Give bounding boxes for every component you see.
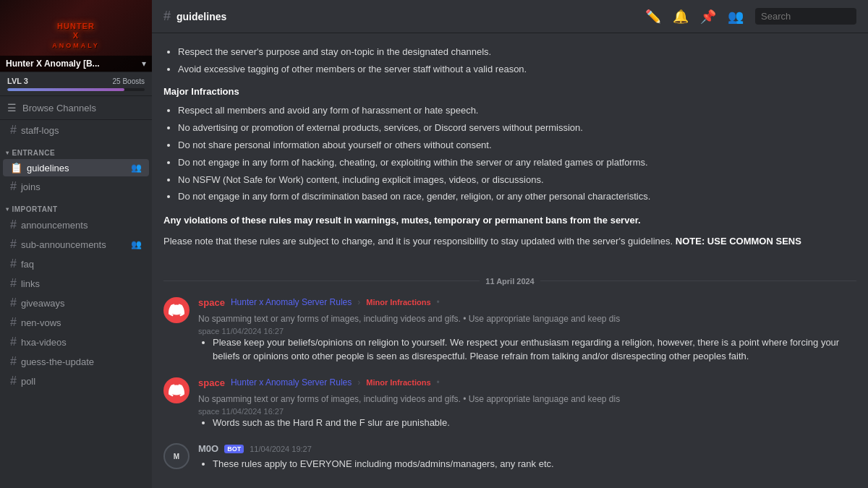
- rules-note-emphasis: NOTE: USE COMMON SENS: [676, 236, 801, 247]
- hash-icon: #: [10, 296, 17, 309]
- channel-name: guess-the-update: [21, 356, 94, 367]
- message-header: space Hunter x Anomaly Server Rules › Mi…: [198, 377, 856, 404]
- avatar-initials: M: [174, 453, 179, 461]
- channel-item-giveaways[interactable]: # giveaways: [3, 294, 149, 312]
- message-group: space Hunter x Anomaly Server Rules › Mi…: [163, 297, 856, 366]
- channel-item-faq[interactable]: # faq: [3, 254, 149, 273]
- edit-icon[interactable]: 🔔: [673, 9, 689, 25]
- rules-item: Respect the server's purpose and stay on…: [178, 45, 856, 60]
- avatar: M: [163, 443, 190, 469]
- message-body: Please keep your beliefs/opinions on rel…: [198, 335, 856, 364]
- hash-icon: #: [10, 355, 17, 368]
- channel-item-links[interactable]: # links: [3, 274, 149, 293]
- message-content: M0O BOT 11/04/2024 19:27 These rules app…: [198, 443, 856, 474]
- channel-item-sub-announcements[interactable]: # sub-announcements 👥: [3, 235, 149, 254]
- message-group: M M0O BOT 11/04/2024 19:27 These rules a…: [163, 443, 856, 474]
- category-entrance[interactable]: ▾ ENTRANCE: [0, 140, 152, 158]
- threads-icon[interactable]: ✏️: [645, 9, 661, 25]
- rules-warning: Any violations of these rules may result…: [163, 213, 856, 228]
- members-icon[interactable]: 👥: [728, 9, 744, 25]
- separator: •: [437, 297, 440, 307]
- sidebar: HunterXAnomaly Hunter X Anomaly [B... ▾ …: [0, 0, 152, 488]
- separator: ›: [357, 297, 360, 307]
- browse-channels-label: Browse Channels: [22, 103, 96, 114]
- message-author: space: [198, 377, 225, 388]
- date-label: 11 April 2024: [485, 277, 534, 286]
- message-tag[interactable]: Minor Infractions: [366, 298, 430, 307]
- browse-channels-button[interactable]: ☰ Browse Channels: [0, 96, 152, 120]
- major-infractions-list: Respect all members and avoid any form o…: [163, 103, 856, 205]
- channel-hash-icon: #: [163, 9, 171, 24]
- category-arrow-icon: ▾: [6, 206, 9, 213]
- major-infractions-heading: Major Infractions: [163, 85, 856, 100]
- pin-icon[interactable]: 📌: [700, 9, 716, 25]
- hash-icon: #: [10, 238, 17, 251]
- hash-icon: #: [10, 335, 17, 348]
- server-name-bar[interactable]: Hunter X Anomaly [B... ▾: [0, 56, 152, 72]
- message-list-item: Please keep your beliefs/opinions on rel…: [213, 335, 856, 364]
- toolbar-icons: ✏️ 🔔 📌 👥: [645, 8, 856, 25]
- channel-item-guess-the-update[interactable]: # guess-the-update: [3, 352, 149, 371]
- hash-icon: #: [10, 316, 17, 329]
- category-arrow-icon: ▾: [6, 150, 9, 156]
- channel-item-hxa-videos[interactable]: # hxa-videos: [3, 333, 149, 351]
- hash-icon: #: [10, 277, 17, 290]
- rules-item: Do not engage in any form of hacking, ch…: [178, 155, 856, 171]
- main-content: # guidelines ✏️ 🔔 📌 👥 Respect the server…: [152, 0, 868, 488]
- rules-item: No advertising or promotion of external …: [178, 121, 856, 136]
- message-list-item: Words such as the Hard R and the F slur …: [213, 416, 856, 430]
- bot-badge: BOT: [224, 445, 244, 453]
- hash-icon: #: [10, 257, 17, 270]
- channel-name: guidelines: [27, 163, 69, 174]
- message-timestamp: space 11/04/2024 16:27: [198, 327, 856, 335]
- message-preview: No spamming text or any forms of images,…: [198, 314, 620, 324]
- channel-ref[interactable]: Hunter x Anomaly Server Rules: [231, 377, 352, 388]
- message-content: space Hunter x Anomaly Server Rules › Mi…: [198, 297, 856, 366]
- rules-item: Do not engage in any form of discriminat…: [178, 189, 856, 205]
- channel-item-announcements[interactable]: # announcements: [3, 215, 149, 234]
- rules-note: Please note that these rules are subject…: [163, 234, 856, 249]
- hash-icon: #: [10, 180, 17, 193]
- message-body: These rules apply to EVERYONE including …: [198, 457, 856, 471]
- channel-ref[interactable]: Hunter x Anomaly Server Rules: [231, 297, 352, 307]
- channel-title: guidelines: [176, 11, 226, 22]
- browse-channels-icon: ☰: [7, 102, 17, 114]
- message-header: space Hunter x Anomaly Server Rules › Mi…: [198, 297, 856, 324]
- discord-logo-icon: [169, 382, 184, 398]
- message-tag[interactable]: Minor Infractions: [366, 378, 430, 387]
- rules-item: Avoid excessive tagging of other members…: [178, 62, 856, 77]
- message-header: M0O BOT 11/04/2024 19:27: [198, 443, 856, 454]
- message-author: space: [198, 297, 225, 308]
- channel-item-guidelines[interactable]: 📋 guidelines 👥: [3, 159, 149, 176]
- separator: ›: [357, 377, 360, 388]
- channel-name: staff-logs: [21, 125, 59, 136]
- people-icon: 👥: [131, 239, 142, 249]
- channel-item-nen-vows[interactable]: # nen-vows: [3, 313, 149, 332]
- category-label: ENTRANCE: [12, 149, 56, 157]
- boost-progress-fill: [7, 88, 124, 91]
- server-level: LVL 3: [7, 77, 28, 85]
- message-timestamp: 11/04/2024 19:27: [250, 445, 312, 453]
- channel-item-joins[interactable]: # joins: [3, 177, 149, 196]
- channel-name: poll: [21, 376, 35, 387]
- channel-item-poll[interactable]: # poll: [3, 372, 149, 390]
- channel-list: # staff-logs ▾ ENTRANCE 📋 guidelines 👥 #…: [0, 120, 152, 488]
- separator: •: [437, 377, 440, 388]
- top-bar: # guidelines ✏️ 🔔 📌 👥: [152, 0, 868, 33]
- category-important[interactable]: ▾ IMPORTANT: [0, 197, 152, 215]
- server-header[interactable]: HunterXAnomaly Hunter X Anomaly [B... ▾: [0, 0, 152, 72]
- rules-item: No NSFW (Not Safe for Work) content, inc…: [178, 173, 856, 188]
- message-timestamp: space 11/04/2024 16:27: [198, 407, 856, 416]
- boost-count[interactable]: 25 Boosts: [113, 77, 145, 85]
- message-list-item: These rules apply to EVERYONE including …: [213, 457, 856, 471]
- message-body: Words such as the Hard R and the F slur …: [198, 416, 856, 430]
- channel-item-staff-logs[interactable]: # staff-logs: [3, 121, 149, 140]
- message-group: space Hunter x Anomaly Server Rules › Mi…: [163, 377, 856, 432]
- boost-progress-bar: [7, 88, 145, 91]
- rules-item: Do not share personal information about …: [178, 138, 856, 153]
- message-preview: No spamming text or any forms of images,…: [198, 394, 620, 404]
- search-input[interactable]: [755, 8, 856, 25]
- boost-section: LVL 3 25 Boosts: [0, 72, 152, 96]
- channel-name: sub-announcements: [21, 239, 106, 250]
- chevron-down-icon: ▾: [142, 59, 146, 69]
